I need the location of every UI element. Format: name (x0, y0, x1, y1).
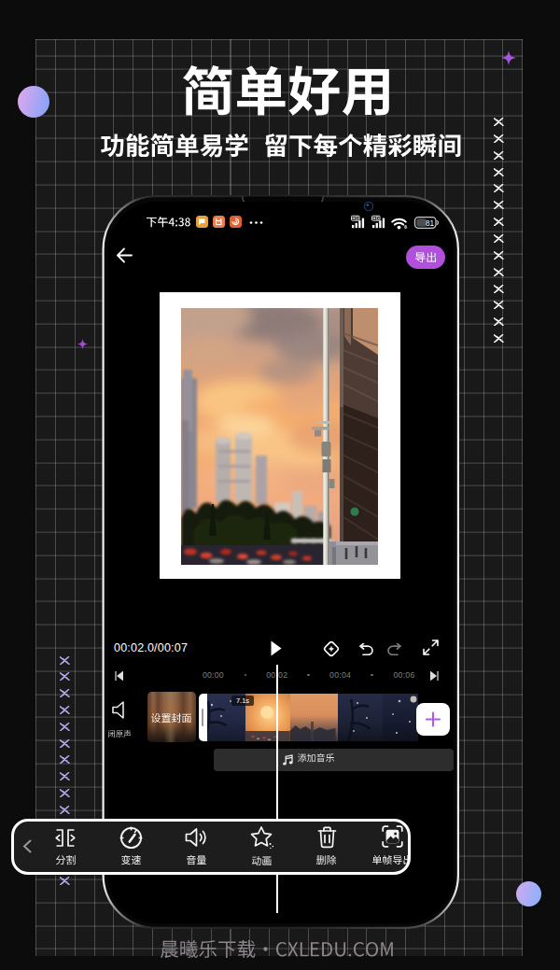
svg-text:81: 81 (426, 219, 435, 228)
svg-text:6: 6 (404, 225, 407, 230)
